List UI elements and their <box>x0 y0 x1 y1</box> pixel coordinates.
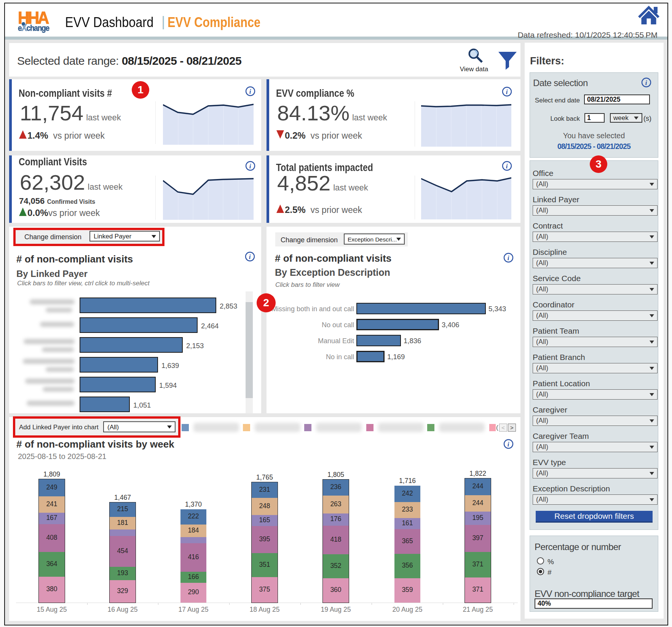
svg-text:i: i <box>506 88 508 96</box>
svg-text:i: i <box>645 79 647 86</box>
svg-text:i: i <box>508 441 509 448</box>
svg-text:i: i <box>508 254 509 262</box>
svg-text:i: i <box>506 163 508 170</box>
svg-text:i: i <box>249 253 251 261</box>
svg-text:i: i <box>249 88 251 95</box>
svg-text:i: i <box>249 163 251 170</box>
